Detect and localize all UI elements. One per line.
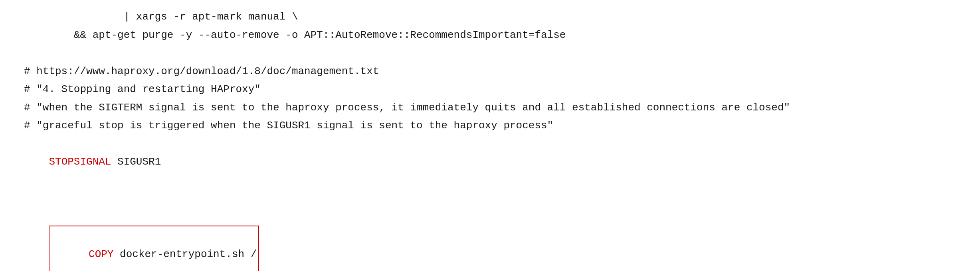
copy-value: docker-entrypoint.sh / — [113, 248, 257, 260]
code-line-10: COPY docker-entrypoint.sh / — [24, 208, 259, 271]
stopsignal-value: SIGUSR1 — [111, 156, 161, 168]
code-block: | xargs -r apt-mark manual \ && apt-get … — [0, 0, 980, 271]
code-line-3 — [24, 44, 956, 63]
code-line-4: # https://www.haproxy.org/download/1.8/d… — [24, 63, 956, 81]
code-line-8: STOPSIGNAL SIGUSR1 — [24, 135, 956, 190]
keyword-stopsignal: STOPSIGNAL — [49, 156, 111, 168]
keyword-copy: COPY — [89, 248, 113, 260]
code-line-6: # "when the SIGTERM signal is sent to th… — [24, 99, 956, 117]
code-line-9 — [24, 189, 956, 208]
code-line-5: # "4. Stopping and restarting HAProxy" — [24, 81, 956, 99]
code-line-2: && apt-get purge -y --auto-remove -o APT… — [24, 26, 956, 45]
code-line-7: # "graceful stop is triggered when the S… — [24, 117, 956, 135]
code-line-1: | xargs -r apt-mark manual \ — [24, 8, 956, 26]
copy-highlight: COPY docker-entrypoint.sh / — [49, 226, 259, 271]
